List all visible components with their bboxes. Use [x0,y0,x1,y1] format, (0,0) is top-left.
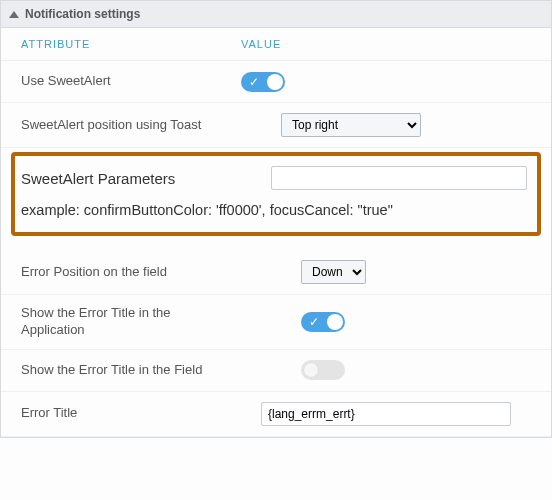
row-show-title-field: Show the Error Title in the Field ✓ [1,350,551,392]
toggle-knob [327,314,343,330]
label-show-title-field: Show the Error Title in the Field [21,362,241,379]
label-use-sweetalert: Use SweetAlert [21,73,241,90]
toggle-show-title-app[interactable]: ✓ [301,312,345,332]
panel-title: Notification settings [25,7,140,21]
label-error-position: Error Position on the field [21,264,241,281]
check-icon: ✓ [249,74,259,90]
toggle-knob [303,362,319,378]
label-position-toast: SweetAlert position using Toast [21,117,241,134]
label-show-title-app: Show the Error Title in the Application [21,305,241,339]
input-params[interactable] [271,166,527,190]
panel-header[interactable]: Notification settings [1,1,551,28]
row-position-toast: SweetAlert position using Toast Top righ… [1,103,551,148]
toggle-show-title-field[interactable]: ✓ [301,360,345,380]
check-icon: ✓ [309,314,319,330]
column-value: VALUE [241,38,531,50]
row-error-position: Error Position on the field Down [1,250,551,295]
select-error-position[interactable]: Down [301,260,366,284]
row-show-title-app: Show the Error Title in the Application … [1,295,551,350]
row-use-sweetalert: Use SweetAlert ✓ [1,61,551,103]
input-error-title[interactable] [261,402,511,426]
select-position-toast[interactable]: Top right [281,113,421,137]
collapse-icon [9,11,19,18]
highlight-params: SweetAlert Parameters example: confirmBu… [11,152,541,236]
label-error-title: Error Title [21,405,241,422]
toggle-knob [267,74,283,90]
label-params: SweetAlert Parameters [21,170,271,187]
example-params: example: confirmButtonColor: 'ff0000', f… [21,194,527,218]
column-attribute: ATTRIBUTE [21,38,241,50]
toggle-use-sweetalert[interactable]: ✓ [241,72,285,92]
column-headers: ATTRIBUTE VALUE [1,28,551,61]
notification-settings-panel: Notification settings ATTRIBUTE VALUE Us… [0,0,552,438]
row-error-title: Error Title [1,392,551,437]
